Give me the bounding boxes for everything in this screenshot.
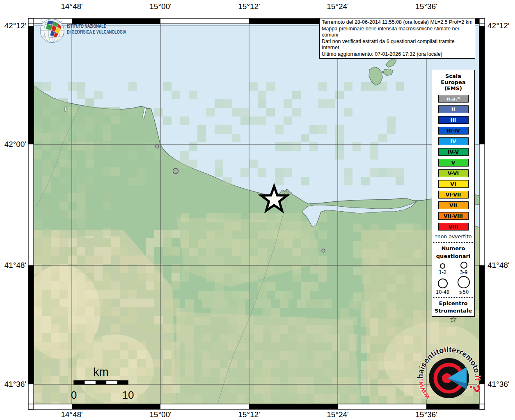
legend-separator (433, 297, 473, 298)
legend-swatch: V-VI (438, 169, 469, 177)
epicenter-legend-star-icon: ☆ (432, 315, 474, 324)
ingv-globe-icon (39, 18, 65, 43)
questionnaire-size-grid: 1-23-910-49⩾50 (432, 262, 474, 295)
axis-label: 15°00' (138, 2, 183, 11)
haisentitoilterremoto-watermark: www.haisentitoilterremoto.it ? (414, 343, 484, 413)
legend-swatch: II (438, 105, 469, 113)
legend-swatch: VIII (438, 223, 469, 231)
questionnaire-size-item: 3-9 (453, 262, 475, 275)
legend-swatch: n.a.* (438, 95, 469, 103)
questionnaire-size-label: 3-9 (460, 269, 468, 275)
legend-swatch: VII-VIII (438, 212, 469, 220)
legend-swatch: VII (438, 201, 469, 209)
axis-label: 41°36' (1, 380, 26, 389)
questionnaire-title: Numero questionari (432, 244, 474, 260)
legend-swatch: V (438, 159, 469, 167)
legend-swatch: IV-V (438, 148, 469, 156)
questionnaire-size-label: ⩾50 (459, 289, 469, 295)
questionnaire-size-label: 10-49 (436, 289, 449, 295)
axis-label: 14°48' (49, 2, 94, 11)
info-line-map: Mappa preliminare delle intensità macros… (322, 26, 473, 39)
ingv-name-line2: DI GEOFISICA E VULCANOLOGIA (67, 29, 126, 35)
questionnaire-size-item: ⩾50 (453, 276, 475, 295)
info-line-data: Dati non verificati estratti da 6 questi… (322, 39, 473, 51)
legend-swatch: VI (438, 180, 469, 188)
legend-swatch: III-IV (438, 127, 469, 135)
axis-label: 15°12' (227, 2, 272, 11)
axis-label: 42°00' (1, 140, 26, 149)
scale-bar-start: 0 (71, 389, 77, 401)
info-line-updated: Ultimo aggiornamento: 07-01-2026 17:32 (… (322, 51, 473, 58)
legend-swatch: VI-VII (438, 191, 469, 199)
questionnaire-size-circle-icon (440, 263, 445, 269)
questionnaire-size-circle-icon (438, 278, 448, 288)
axis-label: 15°00' (138, 410, 183, 419)
ingv-logo: ISTITUTO NAZIONALE DI GEOFISICA E VULCAN… (39, 18, 149, 43)
legend-separator (433, 242, 473, 243)
ems-legend: Scala Europea (EMS) n.a.*IIIIIIII-IVIVIV… (432, 70, 475, 317)
macroseismic-map-screenshot: km 0 10 (0, 0, 515, 420)
questionnaire-size-item: 1-2 (432, 262, 453, 275)
legend-title: Scala Europea (EMS) (432, 70, 474, 91)
axis-label: 15°24' (315, 2, 360, 11)
ingv-name-line1: ISTITUTO NAZIONALE (67, 23, 106, 29)
watermark-it: .it (473, 372, 482, 381)
watermark-question-mark: ? (466, 382, 484, 394)
info-line-event: Terremoto del 28-06-2014 11:55:08 (ora l… (322, 19, 473, 26)
scale-bar-end: 10 (122, 389, 134, 401)
axis-label: 41°48' (1, 261, 26, 270)
legend-footnote: *non avvertito (432, 233, 474, 240)
legend-swatch: IV (438, 137, 469, 145)
axis-label: 41°48' (488, 261, 515, 270)
legend-swatch: III (438, 116, 469, 124)
axis-label: 15°36' (404, 2, 449, 11)
questionnaire-size-circle-icon (458, 276, 470, 288)
ingv-logo-text: ISTITUTO NAZIONALE DI GEOFISICA E VULCAN… (67, 18, 149, 35)
questionnaire-size-circle-icon (460, 262, 467, 269)
legend-intensity-items: n.a.*IIIIIIII-IVIVIV-VVV-VIVIVI-VIIVIIVI… (432, 95, 474, 231)
watermark-logo-icon: www.haisentitoilterremoto.it ? (414, 343, 484, 413)
info-box: Terremoto del 28-06-2014 11:55:08 (ora l… (319, 18, 475, 59)
axis-label: 42°12' (1, 21, 26, 30)
axis-label: 15°24' (315, 410, 360, 419)
axis-label: 14°48' (49, 410, 94, 419)
scale-bar-unit: km (93, 365, 108, 378)
questionnaire-size-item: 10-49 (432, 276, 453, 295)
axis-label: 42°12' (488, 21, 515, 30)
axis-label: 15°12' (227, 410, 272, 419)
axis-label: 41°36' (488, 380, 515, 389)
questionnaire-size-label: 1-2 (439, 269, 446, 275)
epicenter-legend-title: Epicentro Strumentale (432, 300, 474, 315)
